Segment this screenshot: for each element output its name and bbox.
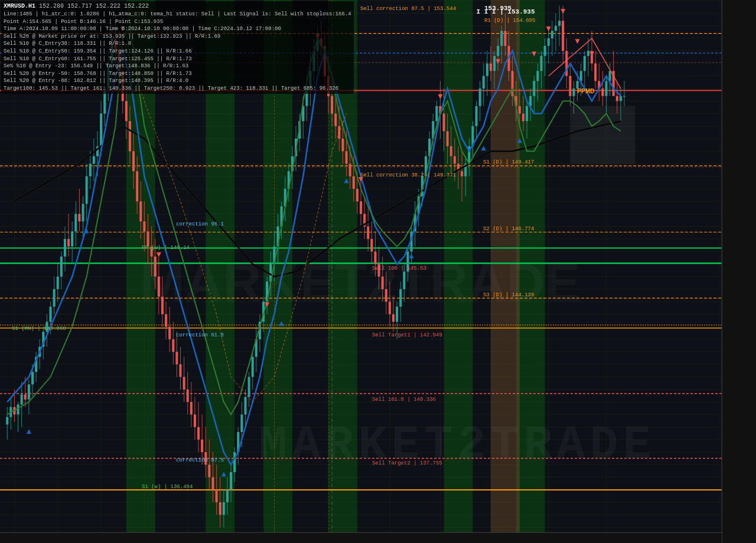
time-axis — [0, 532, 722, 543]
symbol-line: XMRUSD.H1 152.280 152.717 152.222 152.22… — [4, 2, 351, 11]
price-scale — [722, 0, 756, 543]
info-panel: XMRUSD.H1 152.280 152.717 152.222 152.22… — [1, 1, 354, 94]
chart-container: XMRUSD.H1 152.280 152.717 152.222 152.22… — [0, 0, 756, 543]
